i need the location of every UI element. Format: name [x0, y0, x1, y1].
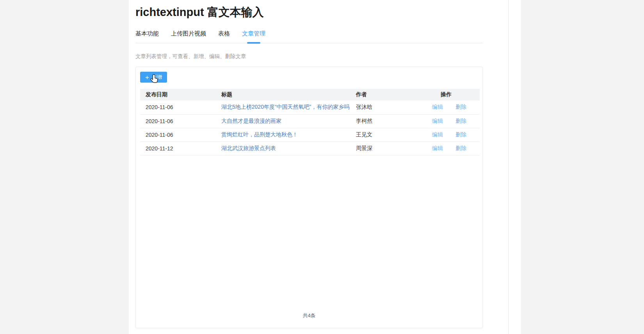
page-description: 文章列表管理，可查看、新增、编辑、删除文章 [135, 53, 483, 60]
article-title-link[interactable]: 赏绚烂红叶，品荆楚大地秋色！ [221, 131, 298, 138]
delete-link[interactable]: 删除 [455, 131, 466, 138]
page-title: richtextinput 富文本输入 [135, 5, 483, 19]
cell-date: 2020-11-06 [140, 128, 216, 141]
add-button-label: 新增 [152, 74, 162, 81]
column-header-author: 作者 [350, 89, 427, 101]
article-title-link[interactable]: 湖北武汉旅游景点列表 [221, 145, 276, 151]
table-row: 2020-11-12 湖北武汉旅游景点列表 周景深 编辑 删除 [140, 141, 480, 155]
tab-bar: 基本功能 上传图片视频 表格 文章管理 [135, 30, 483, 43]
table-row: 2020-11-06 大自然才是最浪漫的画家 李柯然 编辑 删除 [140, 114, 480, 128]
plus-icon: + [145, 74, 149, 81]
cell-date: 2020-11-12 [140, 141, 216, 155]
cell-author: 王见文 [350, 128, 427, 141]
delete-link[interactable]: 删除 [455, 118, 466, 124]
edit-link[interactable]: 编辑 [432, 145, 443, 151]
delete-link[interactable]: 删除 [455, 104, 466, 110]
delete-link[interactable]: 删除 [455, 145, 466, 151]
cell-author: 张沐晗 [350, 101, 427, 114]
table-header-row: 发布日期 标题 作者 操作 [140, 89, 480, 101]
edit-link[interactable]: 编辑 [432, 104, 443, 110]
cell-date: 2020-11-06 [140, 114, 216, 128]
page-right-divider [508, 0, 509, 334]
page-panel: richtextinput 富文本输入 基本功能 上传图片视频 表格 文章管理 … [129, 0, 521, 334]
cell-author: 周景深 [350, 141, 427, 155]
table-row: 2020-11-06 赏绚烂红叶，品荆楚大地秋色！ 王见文 编辑 删除 [140, 128, 480, 141]
table-row: 2020-11-06 湖北5地上榜2020年度“中国天然氧吧”，有你的家乡吗？ … [140, 101, 480, 114]
article-title-link[interactable]: 大自然才是最浪漫的画家 [221, 118, 281, 124]
article-table: 发布日期 标题 作者 操作 2020-11-06 湖北5地上榜2020年度“中国… [140, 89, 480, 156]
column-header-actions: 操作 [427, 89, 480, 101]
total-count-label: 共4条 [136, 312, 482, 319]
cell-date: 2020-11-06 [140, 101, 216, 114]
add-article-button[interactable]: + 新增 [140, 72, 167, 83]
tab-table[interactable]: 表格 [218, 30, 230, 43]
article-title-link[interactable]: 湖北5地上榜2020年度“中国天然氧吧”，有你的家乡吗？ [221, 104, 350, 110]
edit-link[interactable]: 编辑 [432, 131, 443, 138]
tab-basic[interactable]: 基本功能 [135, 30, 159, 43]
edit-link[interactable]: 编辑 [432, 118, 443, 124]
tab-article-management[interactable]: 文章管理 [242, 30, 265, 43]
column-header-date: 发布日期 [140, 89, 216, 101]
cell-author: 李柯然 [350, 114, 427, 128]
column-header-title: 标题 [216, 89, 350, 101]
tab-upload-media[interactable]: 上传图片视频 [171, 30, 206, 43]
article-list-card: + 新增 发布日期 标题 作者 操作 [135, 67, 483, 328]
